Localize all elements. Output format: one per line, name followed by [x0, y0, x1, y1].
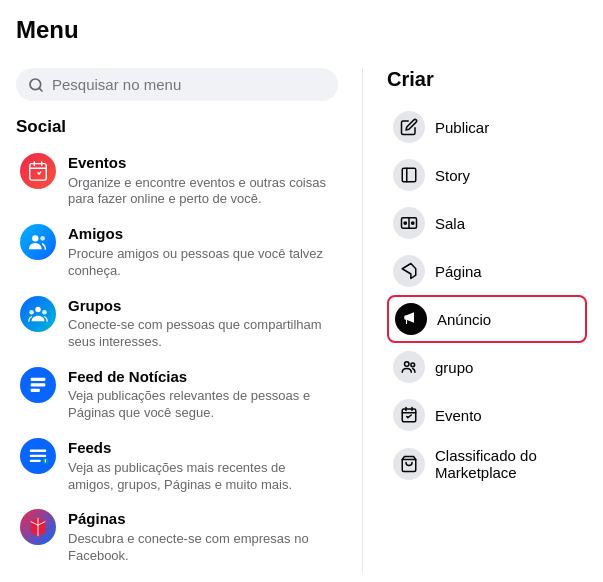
svg-point-22 — [404, 222, 406, 224]
eventos-desc: Organize e encontre eventos e outras coi… — [68, 175, 334, 209]
svg-rect-14 — [30, 450, 47, 452]
criar-section-title: Criar — [387, 68, 587, 91]
svg-rect-15 — [30, 455, 47, 457]
classificado-label: Classificado do Marketplace — [435, 447, 581, 481]
social-section-title: Social — [16, 117, 338, 137]
svg-point-7 — [40, 236, 45, 241]
svg-rect-2 — [30, 164, 47, 181]
feeds-desc: Veja as publicações mais recentes de ami… — [68, 460, 334, 494]
sala-icon — [393, 207, 425, 239]
feeds-icon — [20, 438, 56, 474]
svg-point-25 — [405, 362, 410, 367]
paginas-desc: Descubra e conecte-se com empresas no Fa… — [68, 531, 334, 565]
svg-point-26 — [411, 363, 415, 367]
criar-item-anuncio[interactable]: Anúncio — [387, 295, 587, 343]
page-title: Menu — [0, 0, 603, 52]
anuncio-icon — [395, 303, 427, 335]
criar-item-story[interactable]: Story — [387, 151, 587, 199]
paginas-title: Páginas — [68, 509, 334, 529]
criar-item-evento[interactable]: Evento — [387, 391, 587, 439]
svg-rect-19 — [402, 168, 416, 182]
amigos-icon — [20, 224, 56, 260]
search-box[interactable] — [16, 68, 338, 101]
svg-rect-13 — [31, 389, 40, 392]
panel-divider — [362, 68, 363, 573]
paginas-icon — [20, 509, 56, 545]
svg-point-6 — [32, 235, 38, 241]
pagina-label: Página — [435, 263, 482, 280]
classificado-icon — [393, 448, 425, 480]
svg-point-23 — [412, 222, 414, 224]
evento-icon — [393, 399, 425, 431]
feed-title: Feed de Notícias — [68, 367, 334, 387]
evento-label: Evento — [435, 407, 482, 424]
svg-point-8 — [35, 306, 41, 312]
search-icon — [28, 77, 44, 93]
anuncio-label: Anúncio — [437, 311, 491, 328]
right-panel: Criar Publicar Story — [387, 68, 587, 573]
svg-rect-27 — [402, 409, 416, 422]
amigos-desc: Procure amigos ou pessoas que você talve… — [68, 246, 334, 280]
svg-point-9 — [29, 309, 34, 314]
grupos-title: Grupos — [68, 296, 334, 316]
menu-item-grupos[interactable]: Grupos Conecte-se com pessoas que compar… — [16, 288, 338, 359]
criar-item-grupo[interactable]: grupo — [387, 343, 587, 391]
svg-point-10 — [42, 309, 47, 314]
svg-rect-11 — [31, 378, 46, 381]
feed-icon — [20, 367, 56, 403]
svg-line-1 — [39, 88, 42, 91]
menu-item-paginas[interactable]: Páginas Descubra e conecte-se com empres… — [16, 501, 338, 572]
menu-item-feed[interactable]: Feed de Notícias Veja publicações releva… — [16, 359, 338, 430]
story-label: Story — [435, 167, 470, 184]
left-panel: Social Eventos Organize e encontre event… — [16, 68, 338, 573]
search-input[interactable] — [52, 76, 326, 93]
svg-rect-16 — [30, 460, 41, 462]
grupos-desc: Conecte-se com pessoas que compartilham … — [68, 317, 334, 351]
criar-item-publicar[interactable]: Publicar — [387, 103, 587, 151]
eventos-title: Eventos — [68, 153, 334, 173]
publicar-label: Publicar — [435, 119, 489, 136]
grupo-label: grupo — [435, 359, 473, 376]
svg-marker-24 — [402, 264, 416, 279]
menu-item-eventos[interactable]: Eventos Organize e encontre eventos e ou… — [16, 145, 338, 216]
story-icon — [393, 159, 425, 191]
amigos-title: Amigos — [68, 224, 334, 244]
criar-item-classificado[interactable]: Classificado do Marketplace — [387, 439, 587, 489]
publicar-icon — [393, 111, 425, 143]
feed-desc: Veja publicações relevantes de pessoas e… — [68, 388, 334, 422]
menu-item-feeds[interactable]: Feeds Veja as publicações mais recentes … — [16, 430, 338, 501]
menu-item-amigos[interactable]: Amigos Procure amigos ou pessoas que voc… — [16, 216, 338, 287]
eventos-icon — [20, 153, 56, 189]
criar-item-sala[interactable]: Sala — [387, 199, 587, 247]
grupos-icon — [20, 296, 56, 332]
grupo-icon — [393, 351, 425, 383]
svg-rect-12 — [31, 383, 46, 386]
pagina-criar-icon — [393, 255, 425, 287]
sala-label: Sala — [435, 215, 465, 232]
criar-item-pagina[interactable]: Página — [387, 247, 587, 295]
feeds-title: Feeds — [68, 438, 334, 458]
